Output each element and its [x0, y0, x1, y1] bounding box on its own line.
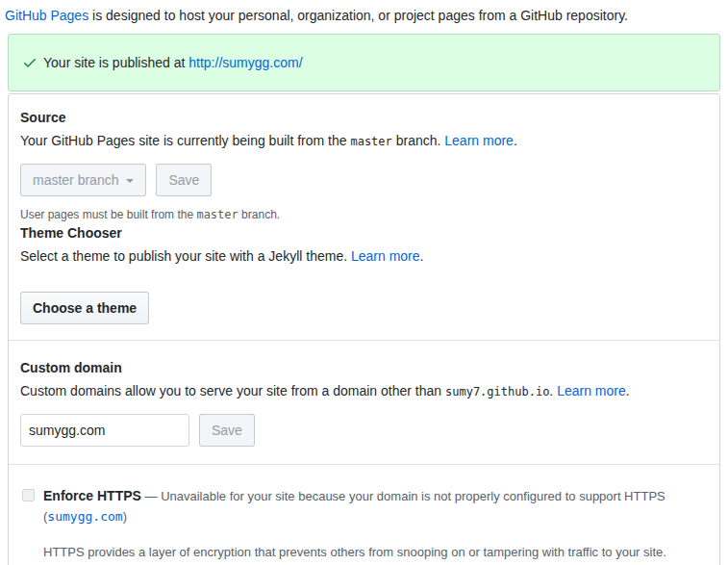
source-note: User pages must be built from the master…	[20, 206, 708, 223]
theme-description: Select a theme to publish your site with…	[20, 246, 708, 267]
custom-domain-form: Save	[20, 414, 708, 447]
intro-text: is designed to host your personal, organ…	[88, 8, 628, 23]
site-published-flash: Your site is published at http://sumygg.…	[8, 34, 720, 91]
custom-domain-description: Custom domains allow you to serve your s…	[20, 381, 708, 402]
theme-chooser-heading: Theme Chooser	[20, 223, 708, 243]
branch-select-button[interactable]: master branch	[20, 164, 146, 196]
period: .	[626, 383, 630, 398]
custom-domain-desc-text: Custom domains allow you to serve your s…	[20, 383, 445, 398]
enforce-https-label: Enforce HTTPS — Unavailable for your sit…	[43, 486, 708, 526]
custom-domain-learn-more-link[interactable]: Learn more	[557, 383, 626, 398]
default-domain-code: sumy7.github.io	[445, 385, 549, 398]
check-icon	[22, 55, 38, 70]
period: .	[420, 248, 424, 264]
github-pages-link[interactable]: GitHub Pages	[5, 8, 88, 23]
theme-learn-more-link[interactable]: Learn more	[351, 248, 420, 264]
caret-down-icon	[126, 179, 134, 183]
branch-select-label: master branch	[33, 172, 118, 188]
https-note: HTTPS provides a layer of encryption tha…	[43, 542, 708, 565]
source-desc-text-2: branch.	[392, 133, 444, 148]
source-description: Your GitHub Pages site is currently bein…	[20, 131, 708, 152]
https-unavailable-text-2: )	[123, 509, 127, 524]
choose-theme-button[interactable]: Choose a theme	[20, 292, 149, 324]
enforce-https-row: Enforce HTTPS — Unavailable for your sit…	[22, 486, 708, 526]
branch-code: master	[350, 135, 391, 148]
custom-domain-desc-text-2: .	[549, 383, 557, 398]
theme-desc-text: Select a theme to publish your site with…	[20, 248, 351, 264]
enforce-https-section: Enforce HTTPS — Unavailable for your sit…	[9, 464, 719, 565]
https-domain-code: sumygg.com	[47, 509, 122, 524]
enforce-https-title: Enforce HTTPS	[43, 488, 141, 503]
source-desc-text: Your GitHub Pages site is currently bein…	[20, 133, 350, 148]
source-save-button[interactable]: Save	[156, 164, 212, 196]
settings-box: Source Your GitHub Pages site is current…	[8, 93, 720, 565]
note-branch-code: master	[196, 208, 238, 221]
enforce-https-checkbox[interactable]	[22, 489, 35, 501]
https-note-line1: HTTPS provides a layer of encryption tha…	[43, 542, 708, 563]
note-text: User pages must be built from the	[20, 208, 196, 221]
period: .	[514, 133, 517, 148]
note-text-2: branch.	[238, 208, 280, 221]
published-site-link[interactable]: http://sumygg.com/	[188, 55, 302, 70]
github-pages-settings-page: GitHub Pages is designed to host your pe…	[0, 7, 728, 565]
source-buttons-row: master branch Save	[20, 164, 708, 196]
custom-domain-section: Custom domain Custom domains allow you t…	[9, 340, 719, 464]
source-heading: Source	[20, 108, 708, 127]
custom-domain-save-button[interactable]: Save	[199, 414, 255, 447]
custom-domain-heading: Custom domain	[20, 358, 708, 377]
custom-domain-input[interactable]	[20, 414, 189, 447]
flash-text: Your site is published at	[43, 55, 188, 70]
source-learn-more-link[interactable]: Learn more	[444, 133, 514, 148]
intro-paragraph: GitHub Pages is designed to host your pe…	[5, 7, 720, 24]
source-and-theme-section: Source Your GitHub Pages site is current…	[9, 94, 719, 340]
